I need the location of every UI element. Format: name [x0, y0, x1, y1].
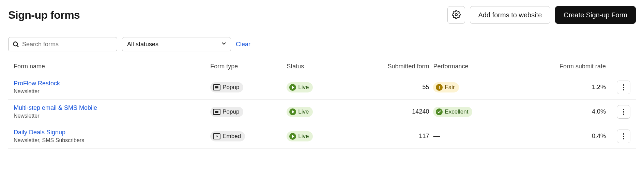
search-input[interactable] [8, 37, 117, 51]
status-chip: Live [287, 107, 313, 117]
cell-type: ‹›Embed [210, 131, 282, 141]
row-actions-button[interactable] [617, 105, 630, 119]
type-label: Popup [223, 84, 239, 91]
performance-empty: — [433, 132, 440, 140]
table-body: ProFlow RestockNewsletterPopupLive55!Fai… [8, 75, 636, 149]
performance-chip: Excellent [433, 107, 472, 117]
gear-icon [452, 10, 461, 20]
type-chip: Popup [210, 82, 243, 92]
col-header-name: Form name [14, 63, 206, 70]
cell-actions [610, 105, 630, 119]
cell-name: Multi-step email & SMS MobileNewsletter [14, 104, 206, 119]
col-header-rate: Form submit rate [522, 63, 606, 70]
cell-submitted: 117 [363, 133, 429, 140]
status-chip: Live [287, 82, 313, 92]
status-filter: All statuses [122, 37, 231, 51]
cell-rate: 4.0% [522, 108, 606, 115]
settings-button[interactable] [447, 6, 465, 24]
cell-actions [610, 81, 630, 94]
cell-name: Daily Deals SignupNewsletter, SMS Subscr… [14, 129, 206, 143]
kebab-icon [623, 111, 624, 113]
form-sub-label: Newsletter [14, 113, 206, 119]
col-header-submitted: Submitted form [363, 63, 429, 70]
performance-chip: !Fair [433, 82, 459, 92]
col-header-status: Status [287, 63, 359, 70]
cell-performance: Excellent [433, 107, 517, 117]
cell-actions [610, 130, 630, 143]
cell-submitted: 55 [363, 84, 429, 91]
cell-status: Live [287, 107, 359, 117]
table-row: ProFlow RestockNewsletterPopupLive55!Fai… [8, 75, 636, 100]
forms-table: Form name Form type Status Submitted for… [0, 55, 644, 149]
page-header: Sign-up forms Add forms to website Creat… [0, 0, 644, 30]
popup-icon [213, 84, 220, 90]
search-icon [12, 41, 19, 48]
cell-status: Live [287, 82, 359, 92]
status-select[interactable]: All statuses [122, 37, 231, 51]
popup-icon [213, 109, 220, 115]
status-select-label: All statuses [127, 41, 158, 48]
cell-rate: 0.4% [522, 133, 606, 140]
cell-status: Live [287, 131, 359, 141]
cell-type: Popup [210, 107, 282, 117]
play-icon [289, 108, 296, 115]
check-icon [436, 108, 443, 115]
row-actions-button[interactable] [617, 130, 630, 143]
status-label: Live [298, 108, 309, 115]
table-row: Daily Deals SignupNewsletter, SMS Subscr… [8, 124, 636, 149]
status-label: Live [298, 133, 309, 140]
header-actions: Add forms to website Create Sign-up Form [447, 6, 636, 24]
embed-icon: ‹› [213, 133, 220, 139]
performance-label: Excellent [445, 108, 468, 115]
type-label: Popup [223, 108, 239, 115]
table-row: Multi-step email & SMS MobileNewsletterP… [8, 100, 636, 124]
status-chip: Live [287, 131, 313, 141]
cell-submitted: 14240 [363, 108, 429, 115]
kebab-icon [623, 136, 624, 137]
filter-bar: All statuses Clear [0, 30, 644, 55]
form-sub-label: Newsletter, SMS Subscribers [14, 137, 206, 143]
play-icon [289, 84, 296, 91]
warning-icon: ! [436, 84, 443, 91]
search-wrap [8, 37, 117, 51]
type-label: Embed [223, 133, 241, 140]
status-label: Live [298, 84, 309, 91]
type-chip: ‹›Embed [210, 131, 245, 141]
row-actions-button[interactable] [617, 81, 630, 94]
create-form-button[interactable]: Create Sign-up Form [555, 6, 636, 24]
col-header-type: Form type [210, 63, 282, 70]
form-sub-label: Newsletter [14, 88, 206, 95]
play-icon [289, 133, 296, 140]
performance-label: Fair [445, 84, 455, 91]
cell-performance: !Fair [433, 82, 517, 92]
svg-line-2 [17, 46, 18, 47]
col-header-performance: Performance [433, 63, 517, 70]
form-name-link[interactable]: Multi-step email & SMS Mobile [14, 104, 97, 111]
page-title: Sign-up forms [8, 9, 80, 21]
kebab-icon [623, 87, 624, 88]
cell-rate: 1.2% [522, 84, 606, 91]
form-name-link[interactable]: Daily Deals Signup [14, 129, 65, 136]
cell-type: Popup [210, 82, 282, 92]
form-name-link[interactable]: ProFlow Restock [14, 80, 60, 87]
cell-performance: — [433, 132, 517, 140]
add-forms-button[interactable]: Add forms to website [470, 6, 551, 24]
svg-point-0 [455, 13, 457, 16]
cell-name: ProFlow RestockNewsletter [14, 80, 206, 95]
type-chip: Popup [210, 107, 243, 117]
clear-filters-link[interactable]: Clear [236, 41, 250, 48]
table-header: Form name Form type Status Submitted for… [8, 58, 636, 75]
